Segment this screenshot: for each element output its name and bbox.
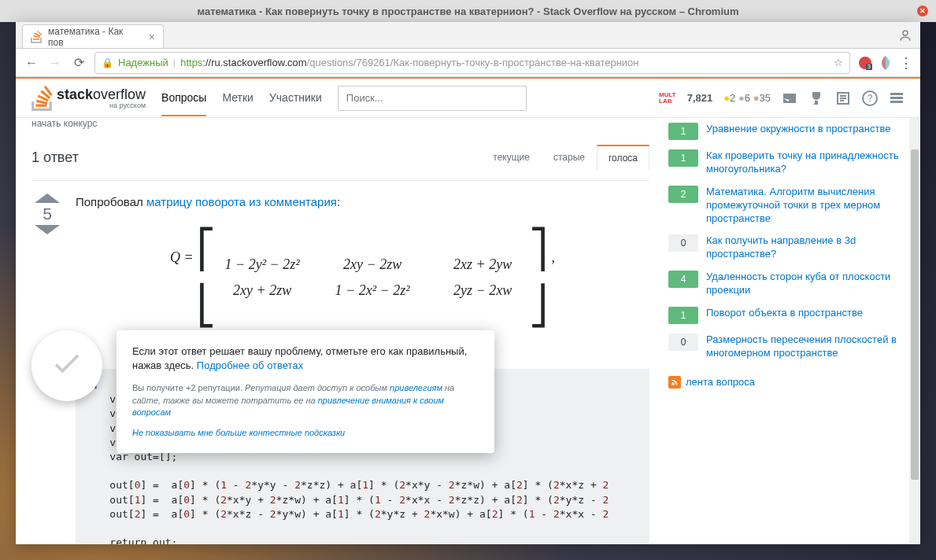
inbox-icon[interactable] [782, 90, 797, 106]
related-question[interactable]: 0Размерность пересечения плоскостей в мн… [668, 329, 905, 365]
related-link[interactable]: Поворот объекта в пространстве [706, 307, 863, 324]
achievements-icon[interactable] [808, 90, 824, 106]
answer-count: 1 ответ [31, 149, 79, 166]
answer-count-badge: 2 [668, 186, 698, 203]
related-link[interactable]: Размерность пересечения плоскостей в мно… [706, 333, 905, 360]
sort-active[interactable]: текущие [481, 145, 542, 171]
reload-button[interactable]: ⟳ [71, 55, 87, 71]
tab-strip: математика - Как пов × [16, 22, 920, 49]
extensions: 3 ⋮ [858, 54, 912, 72]
privileges-link[interactable]: привелегиям [390, 383, 442, 392]
browser-tab[interactable]: математика - Как пов × [22, 24, 164, 48]
math-formula: Q = ⎡⎣ 1 − 2y² − 2z²2xy − 2zw2xz + 2yw 2… [76, 212, 649, 344]
site-switcher-icon[interactable] [889, 90, 905, 106]
tab-title: математика - Как пов [48, 26, 139, 48]
reputation[interactable]: 7,821 [687, 92, 713, 104]
related-question[interactable]: 0Как получить направление в 3d пространс… [668, 230, 905, 266]
extension-icon-1[interactable]: 3 [858, 56, 872, 70]
scrollbar[interactable] [909, 79, 920, 544]
profile-icon[interactable] [898, 28, 912, 42]
related-question[interactable]: 1Поворот объекта в пространстве [668, 302, 905, 329]
review-icon[interactable] [835, 90, 851, 106]
answers-header: 1 ответ текущие старые голоса [31, 135, 649, 181]
dismiss-hints-link[interactable]: Не показывать мне больше контестные подс… [132, 428, 345, 437]
check-icon [49, 344, 85, 388]
window-close-button[interactable]: ✕ [917, 6, 928, 17]
window-title-bar: математика - Как повернуть точку в прост… [0, 0, 936, 22]
answer-count-badge: 1 [668, 123, 698, 140]
stackoverflow-favicon [31, 31, 43, 43]
scrollbar-thumb[interactable] [911, 149, 919, 480]
related-link[interactable]: Удаленность сторон куба от плоскости про… [706, 271, 905, 297]
bounty-link[interactable]: начать конкурс [31, 118, 649, 129]
related-link[interactable]: Уравнение окружности в пространстве [706, 123, 890, 140]
site-logo[interactable]: stackoverflow на русском [31, 86, 146, 111]
svg-rect-8 [890, 97, 903, 99]
related-link[interactable]: Математика. Алгоритм вычисления промежут… [706, 186, 905, 226]
accept-hint-popup: Если этот ответ решает вашу проблему, от… [117, 330, 494, 453]
svg-point-0 [903, 31, 908, 35]
related-question[interactable]: 1Уравнение окружности в пространстве [668, 118, 905, 145]
nav-tags[interactable]: Метки [222, 91, 253, 116]
svg-text:3: 3 [868, 64, 871, 69]
lock-icon: 🔒 [102, 57, 113, 68]
related-link[interactable]: Как проверить точку на принадлежность мн… [706, 149, 905, 176]
rotation-matrix-link[interactable]: матрицу поворота из комментария [146, 195, 337, 208]
question-feed-link[interactable]: лента вопроса [668, 376, 905, 389]
search-input[interactable] [338, 86, 527, 111]
secure-label: Надежный [118, 57, 168, 68]
about-answers-link[interactable]: Подробнее об ответах [197, 359, 303, 371]
sort-votes[interactable]: голоса [597, 145, 649, 171]
site-nav: Вопросы Метки Участники [161, 91, 322, 105]
extension-icon-2[interactable] [879, 56, 893, 70]
bookmark-star-icon[interactable]: ☆ [834, 57, 843, 68]
vote-count: 5 [43, 204, 52, 223]
tab-close-button[interactable]: × [149, 31, 155, 43]
site-header: stackoverflow на русском Вопросы Метки У… [16, 79, 920, 118]
answer-count-badge: 1 [668, 149, 698, 167]
badges: ●2 ●6 ●35 [723, 92, 771, 104]
svg-text:?: ? [868, 93, 873, 104]
related-question[interactable]: 4Удаленность сторон куба от плоскости пр… [668, 266, 905, 302]
downvote-button[interactable] [35, 225, 60, 234]
forward-button[interactable]: → [47, 55, 63, 71]
sidebar: 1Уравнение окружности в пространстве1Как… [668, 118, 905, 544]
window-title: математика - Как повернуть точку в прост… [197, 6, 738, 17]
nav-questions[interactable]: Вопросы [161, 91, 206, 116]
page-content: stackoverflow на русском Вопросы Метки У… [16, 79, 920, 544]
answer-count-badge: 1 [668, 307, 698, 324]
accept-answer-button[interactable] [31, 330, 102, 401]
url-bar: ← → ⟳ 🔒 Надежный | https://ru.stackoverf… [16, 49, 920, 77]
browser-window: математика - Как пов × ← → ⟳ 🔒 Надежный … [16, 22, 920, 544]
answer-count-badge: 4 [668, 271, 698, 288]
answer-count-badge: 0 [668, 234, 698, 252]
svg-rect-7 [890, 93, 903, 95]
multlab-icon[interactable]: MULTLAB [659, 92, 676, 105]
related-question[interactable]: 1Как проверить точку на принадлежность м… [668, 145, 905, 181]
svg-rect-9 [890, 101, 903, 103]
sort-oldest[interactable]: старые [542, 145, 597, 171]
nav-users[interactable]: Участники [269, 91, 322, 116]
address-bar[interactable]: 🔒 Надежный | https://ru.stackoverflow.co… [94, 52, 850, 74]
related-link[interactable]: Как получить направление в 3d пространст… [706, 234, 905, 261]
upvote-button[interactable] [35, 193, 60, 203]
back-button[interactable]: ← [24, 55, 39, 71]
rss-icon [668, 376, 681, 389]
browser-menu-button[interactable]: ⋮ [899, 54, 912, 72]
help-icon[interactable]: ? [862, 90, 878, 106]
answer-count-badge: 0 [668, 333, 698, 351]
related-question[interactable]: 2Математика. Алгоритм вычисления промежу… [668, 181, 905, 230]
